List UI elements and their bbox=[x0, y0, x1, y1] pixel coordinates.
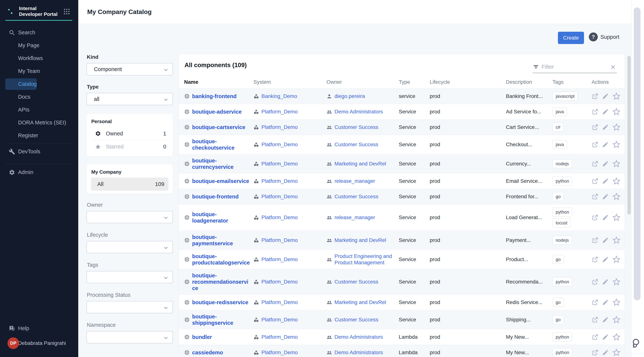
open-in-new-icon[interactable] bbox=[592, 334, 598, 340]
owner-link[interactable]: Customer Success bbox=[334, 316, 378, 323]
column-header-owner[interactable]: Owner bbox=[326, 79, 399, 85]
component-name-link[interactable]: boutique-cartservice bbox=[192, 124, 245, 130]
edit-pencil-icon[interactable] bbox=[602, 349, 609, 356]
owner-link[interactable]: Demo Administrators bbox=[334, 349, 383, 356]
owner-link[interactable]: release_manager bbox=[334, 178, 375, 184]
personal-owned-filter[interactable]: Owned 1 bbox=[91, 127, 168, 140]
star-outline-icon[interactable] bbox=[612, 333, 620, 341]
edit-pencil-icon[interactable] bbox=[602, 93, 609, 100]
edit-pencil-icon[interactable] bbox=[602, 237, 609, 244]
owner-link[interactable]: Marketing and DevRel bbox=[334, 299, 386, 305]
system-link[interactable]: Platform_Demo bbox=[262, 334, 298, 340]
open-in-new-icon[interactable] bbox=[592, 214, 598, 221]
system-link[interactable]: Platform_Demo bbox=[262, 109, 298, 115]
owner-link[interactable]: Marketing and DevRel bbox=[334, 237, 386, 243]
component-name-link[interactable]: boutique-productcatalogservice bbox=[192, 253, 251, 266]
edit-pencil-icon[interactable] bbox=[602, 141, 609, 148]
edit-pencil-icon[interactable] bbox=[602, 193, 609, 200]
edit-pencil-icon[interactable] bbox=[602, 108, 609, 115]
my-company-all-filter[interactable]: All 109 bbox=[91, 178, 168, 191]
window-scrollbar-track[interactable] bbox=[631, 0, 644, 357]
star-outline-icon[interactable] bbox=[612, 193, 620, 200]
sidebar-item-devtools[interactable]: DevTools bbox=[0, 145, 78, 158]
component-name-link[interactable]: banking-frontend bbox=[192, 93, 236, 99]
owner-link[interactable]: Marketing and DevRel bbox=[334, 161, 386, 167]
star-outline-icon[interactable] bbox=[612, 108, 620, 116]
component-name-link[interactable]: boutique-currencyservice bbox=[192, 157, 251, 170]
open-in-new-icon[interactable] bbox=[592, 124, 598, 131]
sidebar-item-docs[interactable]: Docs bbox=[0, 91, 78, 103]
star-outline-icon[interactable] bbox=[612, 298, 620, 306]
owner-link[interactable]: Customer Success bbox=[334, 124, 378, 130]
sidebar-item-admin[interactable]: Admin bbox=[0, 166, 78, 179]
column-header-name[interactable]: Name bbox=[184, 79, 254, 85]
system-link[interactable]: Platform_Demo bbox=[262, 299, 298, 305]
component-name-link[interactable]: boutique-frontend bbox=[192, 193, 239, 200]
star-outline-icon[interactable] bbox=[612, 316, 620, 324]
column-header-tags[interactable]: Tags bbox=[552, 79, 592, 85]
component-name-link[interactable]: boutique-shippingservice bbox=[192, 313, 251, 326]
system-link[interactable]: Platform_Demo bbox=[262, 237, 298, 243]
star-outline-icon[interactable] bbox=[612, 348, 620, 356]
personal-starred-filter[interactable]: Starred 0 bbox=[91, 140, 168, 153]
table-filter-input[interactable] bbox=[542, 63, 605, 71]
sidebar-item-workflows[interactable]: Workflows bbox=[0, 52, 78, 65]
open-in-new-icon[interactable] bbox=[592, 93, 598, 100]
system-link[interactable]: Platform_Demo bbox=[262, 178, 298, 184]
edit-pencil-icon[interactable] bbox=[602, 124, 609, 131]
edit-pencil-icon[interactable] bbox=[602, 214, 609, 221]
component-name-link[interactable]: boutique-paymentservice bbox=[192, 234, 251, 247]
open-in-new-icon[interactable] bbox=[592, 256, 598, 263]
star-outline-icon[interactable] bbox=[612, 177, 620, 185]
clear-filter-icon[interactable]: ✕ bbox=[610, 63, 616, 71]
star-outline-icon[interactable] bbox=[612, 255, 620, 263]
owner-link[interactable]: release_manager bbox=[334, 214, 375, 221]
system-link[interactable]: Platform_Demo bbox=[262, 349, 298, 356]
system-link[interactable]: Platform_Demo bbox=[262, 193, 298, 200]
edit-pencil-icon[interactable] bbox=[602, 178, 609, 184]
open-in-new-icon[interactable] bbox=[592, 278, 598, 285]
processing-status-select[interactable] bbox=[86, 301, 173, 313]
column-header-type[interactable]: Type bbox=[399, 79, 430, 85]
sidebar-item-apis[interactable]: APIs bbox=[0, 103, 78, 116]
sidebar-item-register[interactable]: Register bbox=[0, 129, 78, 142]
lifecycle-select[interactable] bbox=[86, 241, 173, 253]
system-link[interactable]: Platform_Demo bbox=[262, 161, 298, 167]
sidebar-item-my-team[interactable]: My Team bbox=[0, 65, 78, 78]
column-header-system[interactable]: System bbox=[254, 79, 326, 85]
system-link[interactable]: Platform_Demo bbox=[262, 214, 298, 221]
owner-link[interactable]: Customer Success bbox=[334, 279, 378, 285]
user-menu[interactable]: DP Debabrata Panigrahi bbox=[0, 335, 78, 351]
tags-select[interactable] bbox=[86, 271, 173, 283]
edit-pencil-icon[interactable] bbox=[602, 278, 609, 285]
apps-grid-icon[interactable] bbox=[63, 8, 70, 15]
table-scrollbar-thumb[interactable] bbox=[628, 56, 631, 214]
owner-link[interactable]: Customer Success bbox=[334, 141, 378, 148]
system-link[interactable]: Platform_Demo bbox=[262, 141, 298, 148]
system-link[interactable]: Platform_Demo bbox=[262, 316, 298, 323]
open-in-new-icon[interactable] bbox=[592, 193, 598, 200]
star-outline-icon[interactable] bbox=[612, 278, 620, 286]
sidebar-item-catalog[interactable]: Catalog bbox=[5, 78, 37, 90]
component-name-link[interactable]: bundler bbox=[192, 334, 212, 340]
table-filter-field[interactable]: ✕ bbox=[532, 62, 617, 73]
owner-select[interactable] bbox=[86, 211, 173, 223]
component-name-link[interactable]: boutique-checkoutservice bbox=[192, 138, 251, 151]
sidebar-item-dora-metrics[interactable]: DORA Metrics (SEI) bbox=[0, 116, 78, 129]
sidebar-item-help[interactable]: Help bbox=[0, 322, 78, 335]
type-select[interactable]: all bbox=[86, 93, 173, 105]
namespace-select[interactable] bbox=[86, 331, 173, 343]
window-scrollbar-thumb[interactable] bbox=[634, 8, 640, 300]
open-in-new-icon[interactable] bbox=[592, 108, 598, 115]
component-name-link[interactable]: boutique-adservice bbox=[192, 109, 242, 115]
system-link[interactable]: Banking_Demo bbox=[262, 93, 297, 99]
open-in-new-icon[interactable] bbox=[592, 141, 598, 148]
star-outline-icon[interactable] bbox=[612, 160, 620, 168]
edit-pencil-icon[interactable] bbox=[602, 256, 609, 263]
column-header-description[interactable]: Description bbox=[506, 79, 552, 85]
edit-pencil-icon[interactable] bbox=[602, 316, 609, 323]
owner-link[interactable]: Demo Administrators bbox=[334, 334, 383, 340]
component-name-link[interactable]: boutique-recommendationservice bbox=[192, 272, 251, 291]
open-in-new-icon[interactable] bbox=[592, 349, 598, 356]
owner-link[interactable]: diego.pereira bbox=[334, 93, 365, 99]
